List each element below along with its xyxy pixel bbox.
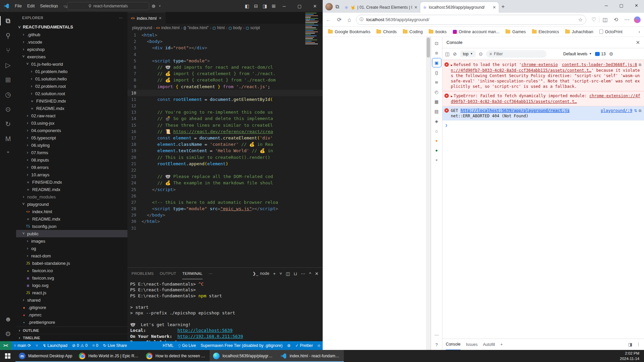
extension-dot-icon[interactable]: ●	[432, 146, 441, 155]
performance-icon[interactable]: ◴	[432, 87, 441, 96]
live-share-icon[interactable]: ↻	[0, 117, 16, 131]
bookmark-online-account-man---[interactable]: Online account man...	[450, 29, 502, 34]
tree-item-02.raw-react[interactable]: ›02.raw-react	[16, 112, 127, 119]
copilot-item[interactable]: ⊚	[285, 341, 293, 350]
panel-maximize-icon[interactable]: ^	[309, 271, 311, 276]
site-info-icon[interactable]: ⓘ	[360, 17, 364, 22]
help-icon[interactable]: ?	[432, 340, 441, 349]
code-line-6[interactable]: 6 // 🐨 add imports for react and react-d…	[127, 64, 323, 70]
console-filter-input[interactable]: ≡ Filter	[486, 50, 546, 58]
code-line-11[interactable]: 11 const rootElement = document.getEleme…	[127, 96, 323, 103]
settings-gear-icon[interactable]: ⚙	[0, 326, 16, 341]
minimap[interactable]	[305, 13, 319, 50]
drawer-dock-icon[interactable]: ◨	[628, 342, 632, 347]
code-line-18[interactable]: 18 element.className = 'container' // 💰 …	[127, 141, 323, 147]
extensions-icon[interactable]: ⊞	[0, 72, 16, 87]
close-button[interactable]: ✕	[307, 0, 323, 12]
tree-item-FINISHED.mdx[interactable]: ≡FINISHED.mdx	[16, 178, 127, 186]
tree-item-logo.svg[interactable]: ▨logo.svg	[16, 282, 127, 289]
cookies-icon[interactable]: ●	[432, 136, 441, 145]
taskbar-mattermost-button[interactable]: mMattermost Desktop App	[15, 350, 75, 362]
tree-item-.github[interactable]: ›.github	[16, 31, 127, 38]
bookmark-chords[interactable]: Chords	[374, 29, 399, 34]
titlebar-copilot[interactable]: ⊚˅	[152, 0, 161, 12]
copilot-icon[interactable]: ⊚	[152, 3, 156, 9]
code-line-7[interactable]: 7 // 💰 import { createElement } from './…	[127, 70, 323, 77]
code-line-4[interactable]: 4	[127, 51, 323, 58]
breadcrumb-item[interactable]: ▢script	[246, 25, 260, 30]
issues-counter[interactable]: 13	[595, 52, 605, 56]
source-control-icon[interactable]: ⑂	[0, 43, 16, 58]
code-line-28[interactable]: 28 <script type="module" src="epic_ws.js…	[127, 205, 323, 212]
tree-item-favicon.svg[interactable]: ▨favicon.svg	[16, 274, 127, 282]
search-icon[interactable]: ⚲	[0, 28, 16, 43]
problems-item[interactable]: ⊘0⚠0	[70, 341, 90, 350]
tree-item-01.solution.hello[interactable]: ›01.solution.hello	[16, 75, 127, 82]
menu-edit[interactable]: Edit	[24, 0, 37, 12]
command-center-search[interactable]: ⚲ react-fundamentals	[67, 2, 149, 10]
more-tools-icon[interactable]: ⋯	[432, 330, 441, 339]
back-icon[interactable]: ←	[323, 17, 334, 23]
layout-customize-icon[interactable]: ⊞	[272, 3, 276, 9]
code-line-12[interactable]: 12	[127, 103, 323, 109]
drawer-tab-console[interactable]: Console	[446, 339, 461, 350]
drawer-tab-autofill[interactable]: Autofill	[483, 342, 495, 347]
code-line-8[interactable]: 8 // 💰 import { createRoot } from './rea…	[127, 77, 323, 83]
layout-panel-icon[interactable]: ⊟	[254, 3, 258, 9]
code-line-16[interactable]: 16 // 📜 https://react.dev/reference/reac…	[127, 128, 323, 135]
code-editor[interactable]: 1<html>2 <body>3 <div id="root"></div>45…	[127, 32, 323, 259]
bookmark-juhachiban[interactable]: Juhachiban	[562, 29, 596, 34]
explorer-more-icon[interactable]: ⋯	[119, 16, 123, 20]
remote-indicator[interactable]: ><	[0, 341, 11, 350]
tree-item-.vscode[interactable]: ›.vscode	[16, 38, 127, 46]
panel-more-icon[interactable]: ⋯	[301, 271, 305, 276]
bookmark-octoprint[interactable]: OctoPrint	[597, 29, 625, 34]
code-line-17[interactable]: 17 const element = document.createElemen…	[127, 135, 323, 141]
tab-close-icon[interactable]: ✕	[493, 5, 496, 10]
tree-item-public[interactable]: ˅public	[16, 230, 127, 237]
device-emulation-icon[interactable]: ⧈	[432, 49, 441, 57]
scrollbar-thumb[interactable]	[427, 38, 430, 58]
address-bar[interactable]: ⓘ localhost:5639/app/playground/ ☆	[356, 15, 586, 25]
tree-root-folder[interactable]: ˅ REACT-FUNDAMENTALS	[16, 23, 127, 31]
console-sidebar-icon[interactable]: ◫	[445, 51, 449, 57]
branch-item[interactable]: ⑂main⟳	[11, 341, 33, 350]
breadcrumb-item[interactable]: ▢body	[229, 25, 242, 30]
code-line-31[interactable]: 31	[127, 225, 323, 231]
bookmark-books[interactable]: books	[426, 29, 449, 34]
tree-item-tsconfig.json[interactable]: TStsconfig.json	[16, 223, 127, 230]
console-prompt[interactable]: ❯	[442, 121, 644, 130]
supermaven-item[interactable]: Supermaven Free Tier (disabled by .gitig…	[198, 341, 285, 350]
panel-close-icon[interactable]: ✕	[315, 271, 319, 276]
tab-index-html[interactable]: <> index.html ✕	[127, 12, 165, 24]
prettier-item[interactable]: ✓Prettier	[293, 341, 315, 350]
code-line-26[interactable]: 26	[127, 193, 323, 199]
message-link[interactable]: http://localhost:5639/app/playground/rea…	[461, 108, 570, 113]
tree-item-02.solution.root[interactable]: ›02.solution.root	[16, 90, 127, 97]
security-icon[interactable]: ◈	[432, 117, 441, 125]
drawer-add-tool-icon[interactable]: +	[500, 342, 503, 347]
terminal[interactable]: PS E:\react-fundamentals> ^CPS E:\react-…	[130, 281, 321, 341]
tree-item-09.errors[interactable]: ›09.errors	[16, 164, 127, 171]
code-line-10[interactable]: 10	[127, 90, 323, 96]
code-line-23[interactable]: 23 // 🐨 Please replace all the DOM-relat…	[127, 173, 323, 180]
tree-item-images[interactable]: ›images	[16, 237, 127, 245]
code-line-1[interactable]: 1<html>	[127, 32, 323, 38]
shell-selector[interactable]: ❯_node	[253, 271, 269, 276]
code-line-20[interactable]: 20 // This is similar to createRoot().re…	[127, 154, 323, 161]
settings-more-icon[interactable]: ⋯	[621, 16, 633, 23]
taskbar-chrome-button[interactable]: How to detect the screen resoluti...	[143, 350, 210, 362]
tree-item-nodemodules[interactable]: ›node_modules	[16, 193, 127, 200]
tab-close-icon[interactable]: ✕	[159, 16, 162, 20]
log-levels-dropdown[interactable]: Default levels ▼	[563, 52, 592, 56]
language-mode[interactable]: HTML	[160, 341, 176, 350]
code-line-29[interactable]: 29 </body>	[127, 212, 323, 218]
drawer-tab-issues[interactable]: Issues	[466, 342, 478, 347]
taskbar-chrome-button[interactable]: Hello World in JS | Epic React by K...	[75, 350, 143, 362]
run-debug-icon[interactable]: ▷	[0, 58, 16, 72]
tree-item-README.mdx[interactable]: ≡README.mdx	[16, 215, 127, 223]
tree-item-playground[interactable]: ˅playground	[16, 200, 127, 208]
taskbar-edge-button[interactable]: localhost:5639/app/playground/ a...	[210, 350, 277, 362]
application-icon[interactable]: ▤	[432, 107, 441, 116]
clear-console-icon[interactable]: ⊘	[453, 51, 457, 57]
